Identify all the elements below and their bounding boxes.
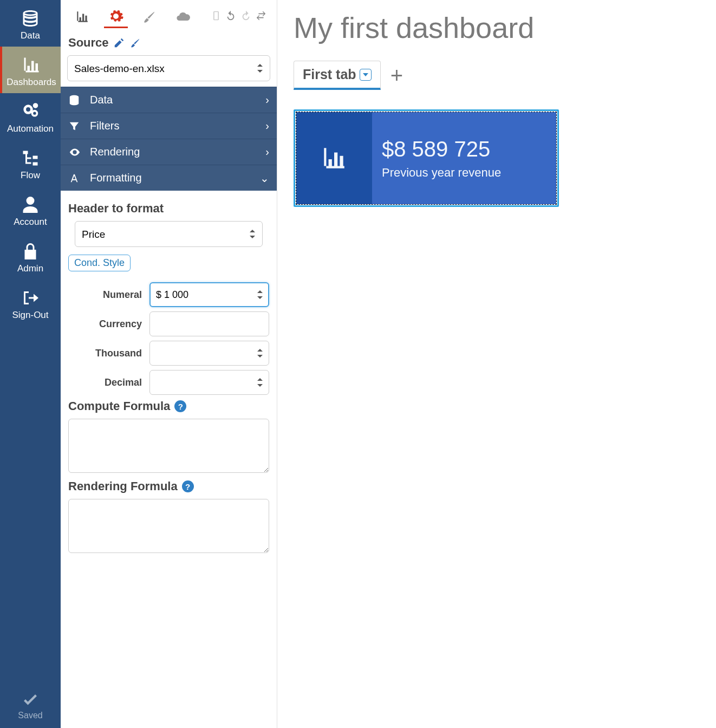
chevron-down-icon: ⌄ [260,172,269,185]
source-select[interactable]: Sales-demo-en.xlsx [67,55,270,81]
numeral-select[interactable]: $ 1 000 [149,282,269,307]
sidebar-label: Account [14,217,47,227]
sidebar-item-account[interactable]: Account [0,186,61,233]
source-section-title: Source [61,28,277,55]
config-tab-style[interactable] [138,5,161,28]
eye-icon [68,146,84,158]
bar-chart-icon [75,10,90,24]
config-tab-cloud[interactable] [171,5,195,28]
rendering-formula-label: Rendering Formula [68,479,178,493]
config-tabs [61,0,277,28]
chart-icon [18,54,44,76]
accordion-formatting[interactable]: Formatting ⌄ [61,165,277,191]
saved-indicator: Saved [18,684,42,728]
config-tab-settings[interactable] [104,5,128,28]
swap-icon[interactable] [255,10,267,24]
sidebar-label: Dashboards [6,77,56,88]
chevron-right-icon: › [265,146,269,158]
cond-style-button[interactable]: Cond. Style [68,255,131,271]
compute-formula-label: Compute Formula [68,399,170,413]
clipboard-icon[interactable] [211,9,222,24]
lock-icon [17,240,43,262]
decimal-select[interactable] [149,370,269,395]
sidebar-label: Sign-Out [12,310,48,321]
bar-chart-icon [319,145,349,172]
check-icon [18,691,42,711]
brush-small-icon[interactable] [129,37,141,49]
redo-icon[interactable] [240,10,252,24]
database-icon [17,8,43,29]
sidebar-label: Data [21,30,40,41]
signout-icon [17,287,43,309]
currency-input[interactable] [149,311,269,336]
font-icon [68,172,84,184]
dashboard-tab[interactable]: First tab [294,61,381,90]
tab-label: First tab [303,67,356,82]
brush-icon [142,9,157,24]
sidebar-item-flow[interactable]: Flow [0,140,61,186]
config-panel: Source Sales-demo-en.xlsx Data › Filters… [61,0,277,728]
accordion-data[interactable]: Data › [61,87,277,113]
thousand-label: Thousand [68,348,149,359]
help-icon[interactable]: ? [174,400,186,412]
undo-icon[interactable] [225,10,237,24]
kpi-widget[interactable]: $8 589 725 Previous year revenue [294,109,559,207]
sidebar-item-signout[interactable]: Sign-Out [0,280,61,326]
accordion-filters[interactable]: Filters › [61,113,277,139]
kpi-value: $8 589 725 [382,137,556,161]
tab-dropdown[interactable] [360,69,372,81]
compute-formula-textarea[interactable] [68,419,269,473]
user-icon [17,194,43,216]
filter-icon [68,120,84,132]
config-tab-chart[interactable] [70,5,94,28]
sidebar-label: Automation [7,123,54,134]
chevron-right-icon: › [265,94,269,106]
add-tab-button[interactable]: + [390,63,403,88]
sidebar-item-admin[interactable]: Admin [0,233,61,280]
main-sidebar: Data Dashboards Automation Flow Account [0,0,61,728]
decimal-label: Decimal [68,377,149,388]
cloud-icon [174,9,192,24]
sidebar-label: Flow [21,170,40,181]
rendering-formula-textarea[interactable] [68,499,269,553]
sidebar-item-data[interactable]: Data [0,0,61,47]
header-to-format-label: Header to format [68,202,269,216]
kpi-icon-area [296,112,372,204]
sidebar-label: Admin [17,263,43,274]
chevron-right-icon: › [265,120,269,132]
sidebar-item-dashboards[interactable]: Dashboards [0,47,61,93]
edit-icon[interactable] [113,37,125,49]
help-icon[interactable]: ? [182,480,194,492]
flow-icon [17,147,43,169]
thousand-select[interactable] [149,341,269,366]
accordion-rendering[interactable]: Rendering › [61,139,277,165]
gears-icon [17,101,43,122]
header-select[interactable]: Price [75,221,263,247]
numeral-label: Numeral [68,289,149,301]
database-icon [68,94,84,106]
sidebar-item-automation[interactable]: Automation [0,93,61,140]
dashboard-title: My first dashboard [294,11,700,44]
currency-label: Currency [68,318,149,330]
kpi-label: Previous year revenue [382,166,556,180]
dashboard-preview: My first dashboard First tab + [277,0,716,728]
gear-icon [108,8,124,24]
